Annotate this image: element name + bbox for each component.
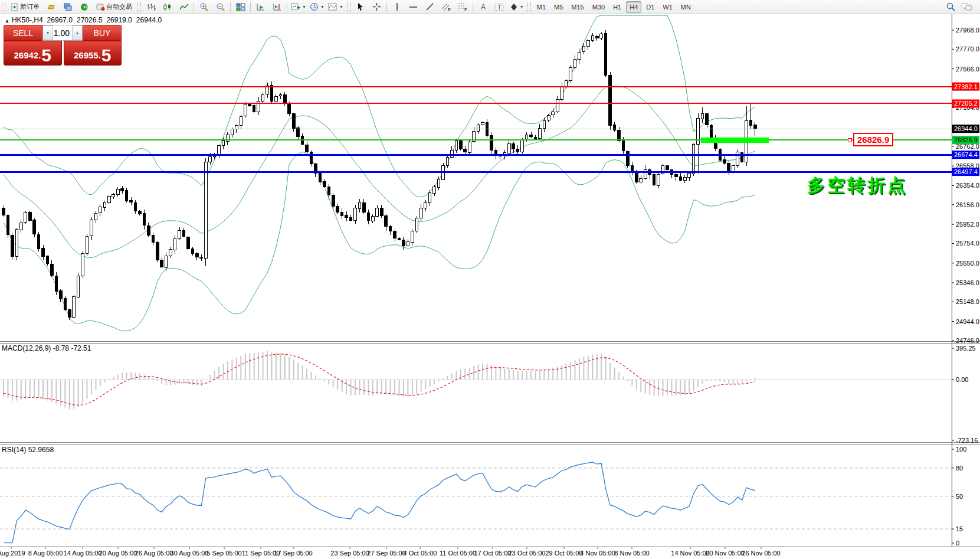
indicators-icon [328,3,337,11]
price-axis[interactable]: 27968.027770.027566.027368.027164.026762… [952,27,979,547]
lot-input[interactable]: 1.00 [53,25,72,40]
timeframe-button-m30[interactable]: M30 [589,1,608,13]
new-chart-button[interactable]: ▼ [289,1,308,14]
chart-canvas[interactable]: 27968.027770.027566.027368.027164.026762… [0,0,980,559]
candle-bull [688,174,691,178]
profiles-button[interactable]: ▼ [308,1,326,14]
horizontal-line-button[interactable] [405,1,422,14]
timeframe-button-m5[interactable]: M5 [550,1,566,13]
sell-button[interactable]: SELL [4,25,42,41]
candle-bull [169,250,172,256]
indicators-button[interactable]: ▼ [326,1,345,14]
new-order-label: 新订单 [20,2,40,11]
toolbar-grip[interactable] [527,2,531,12]
timeframe-button-h1[interactable]: H1 [609,1,625,13]
timeframe-toolbar: M1M5M15M30H1H4D1W1MN [533,1,695,13]
auto-scroll-icon [256,3,266,11]
candle-bull [165,256,168,267]
cursor-button[interactable] [352,1,369,14]
text-label-button[interactable]: T [491,1,508,14]
toolbar-grip[interactable] [137,2,141,12]
quick-trade-expander[interactable]: ▲ [5,18,9,24]
candle-bear [200,258,203,259]
candle-bull [640,179,643,182]
candle-bear [464,149,467,152]
price-tick-label: 26354.0 [956,182,979,189]
candle-bull [657,175,660,186]
candle-bull [415,218,418,231]
toolbar-grip[interactable] [347,2,350,12]
candle-bull [279,94,282,96]
candle-bear [627,151,630,166]
zoom-in-button[interactable] [196,1,212,14]
signals-button[interactable] [76,1,93,14]
price-tick-label: 27968.0 [956,27,979,34]
lot-increase-button[interactable]: ▲ [72,25,83,40]
price-badge-label: 26826.9 [954,136,978,143]
candle-bear [595,36,598,38]
macd-pane[interactable] [0,351,952,409]
time-axis-label: 8 Aug 05:00 [28,550,63,557]
fibonacci-icon: F [458,2,468,12]
vertical-line-button[interactable] [389,1,405,14]
price-badge-label: 27205.2 [954,100,978,107]
line-chart-button[interactable] [176,1,192,14]
tile-windows-button[interactable] [232,1,249,14]
bid-price-button[interactable]: 26942.5 [4,41,62,66]
auto-scroll-button[interactable] [253,1,269,14]
candle-bull [661,166,664,174]
chart-text-annotation[interactable]: 多空转折点 [807,174,907,198]
timeframe-button-w1[interactable]: W1 [659,1,676,13]
price-callout-label[interactable]: 26826.9 [853,133,893,146]
timeframe-button-d1[interactable]: D1 [643,1,658,13]
time-axis-label: 26 Aug 05:00 [135,550,173,557]
chevron-down-icon: ▼ [339,5,343,9]
timeframe-button-m15[interactable]: M15 [568,1,587,13]
candle-chart-button[interactable] [159,1,176,14]
time-axis[interactable]: Aug 20198 Aug 05:0014 Aug 05:0020 Aug 05… [0,547,781,557]
candle-bull [376,208,379,217]
buy-button[interactable]: BUY [83,25,122,41]
candle-bear [706,113,709,125]
candle-bull [90,220,93,236]
zoom-in-icon [199,2,209,12]
crosshair-icon [372,2,381,11]
crosshair-button[interactable] [369,1,385,14]
timeframe-button-h4[interactable]: H4 [626,1,641,13]
new-order-button[interactable]: 新订单 [7,1,43,14]
candle-bear [486,123,489,136]
candle-bear [609,76,612,126]
timeframe-button-mn[interactable]: MN [677,1,694,13]
search-button[interactable] [942,1,959,14]
text-button[interactable]: A [475,1,491,14]
lot-decrease-button[interactable]: ▼ [42,25,53,40]
autotrading-button[interactable]: 自动交易 [93,1,136,14]
fibonacci-button[interactable]: F [455,1,471,14]
vertical-line-icon [394,2,401,11]
trendline-button[interactable] [422,1,438,14]
candle-bull [222,140,225,145]
candle-bull [525,135,528,140]
bar-chart-button[interactable] [143,1,159,14]
arrows-button[interactable]: ▼ [508,1,526,14]
chart-shift-button[interactable] [269,1,286,14]
price-tick-label: 27770.0 [956,45,979,53]
zoom-out-button[interactable] [212,1,229,14]
rsi-pane[interactable] [0,462,952,543]
candle-bull [86,236,89,253]
candle-bull [507,143,510,153]
gold-button[interactable] [43,1,60,14]
candle-bear [710,125,713,138]
time-axis-label: 8 Nov 05:00 [614,550,649,557]
toolbar-grip[interactable] [2,2,5,12]
terminal-button[interactable] [60,1,76,14]
chat-button[interactable] [959,1,975,14]
trend-highlight-segment[interactable] [701,138,769,143]
timeframe-button-m1[interactable]: M1 [533,1,549,13]
candle-bull [573,59,576,67]
ask-price-button[interactable]: 26955.5 [64,41,122,66]
time-axis-label: 17 Oct 05:00 [474,550,512,557]
equidistant-channel-button[interactable]: E [438,1,455,14]
candle-bear [679,177,682,181]
candle-bull [433,187,436,194]
